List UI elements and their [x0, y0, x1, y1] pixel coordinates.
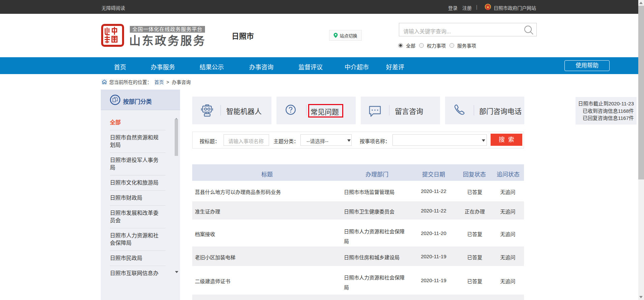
svg-text:★: ★	[486, 5, 489, 9]
